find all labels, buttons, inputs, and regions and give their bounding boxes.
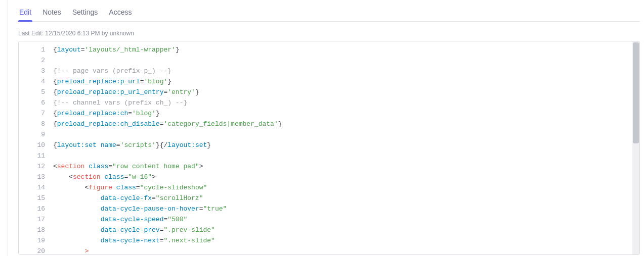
left-divider — [8, 0, 8, 256]
line-number: 13 — [19, 172, 51, 182]
line-number: 16 — [19, 203, 51, 214]
line-number: 20 — [19, 246, 51, 255]
line-number: 18 — [19, 225, 51, 235]
line-number: 19 — [19, 235, 51, 246]
line-number: 15 — [19, 193, 51, 203]
tab-settings[interactable]: Settings — [71, 4, 99, 21]
scrollbar-thumb[interactable] — [633, 42, 639, 143]
line-number: 17 — [19, 214, 51, 225]
code-line: <section class="w-16"> — [53, 172, 639, 182]
line-number: 9 — [19, 129, 51, 140]
line-number: 3 — [19, 66, 51, 76]
code-editor[interactable]: 1234567891011121314151617181920 {layout=… — [18, 41, 640, 255]
code-line: {preload_replace:ch_disable='category_fi… — [53, 119, 639, 129]
last-edit-label: Last Edit: 12/15/2020 6:13 PM by unknown — [18, 30, 640, 37]
line-number: 8 — [19, 119, 51, 129]
line-number: 2 — [19, 55, 51, 66]
code-line: {!-- channel vars (prefix ch_) --} — [53, 97, 639, 108]
tab-edit[interactable]: Edit — [18, 4, 32, 21]
line-number: 11 — [19, 150, 51, 161]
code-line — [53, 150, 639, 161]
code-line: {layout='layouts/_html-wrapper'} — [53, 44, 639, 55]
line-number: 6 — [19, 97, 51, 108]
line-number: 7 — [19, 108, 51, 119]
code-line: data-cycle-speed="500" — [53, 214, 639, 225]
code-line — [53, 129, 639, 140]
scrollbar-track[interactable] — [632, 41, 639, 254]
line-number: 4 — [19, 76, 51, 87]
code-line: > — [53, 246, 639, 254]
line-number: 1 — [19, 44, 51, 55]
code-line: data-cycle-fx="scrollHorz" — [53, 193, 639, 203]
line-number: 12 — [19, 161, 51, 172]
code-line: {preload_replace:ch='blog'} — [53, 108, 639, 119]
line-number: 10 — [19, 140, 51, 150]
line-number: 14 — [19, 182, 51, 193]
code-line: {layout:set name='scripts'}{/layout:set} — [53, 140, 639, 150]
tab-bar: Edit Notes Settings Access — [18, 4, 640, 22]
template-editor-panel: Edit Notes Settings Access Last Edit: 12… — [0, 0, 644, 256]
code-line: {preload_replace:p_url='blog'} — [53, 76, 639, 87]
code-line: <section class="row content home pad"> — [53, 161, 639, 172]
code-line: <figure class="cycle-slideshow" — [53, 182, 639, 193]
code-line — [53, 55, 639, 66]
code-line: {!-- page vars (prefix p_) --} — [53, 66, 639, 76]
tab-access[interactable]: Access — [108, 4, 133, 21]
tab-notes[interactable]: Notes — [41, 4, 62, 21]
line-number-gutter: 1234567891011121314151617181920 — [19, 41, 51, 254]
code-line: data-cycle-pause-on-hover="true" — [53, 203, 639, 214]
line-number: 5 — [19, 87, 51, 97]
code-line: data-cycle-next=".next-slide" — [53, 235, 639, 246]
code-line: {preload_replace:p_url_entry='entry'} — [53, 87, 639, 97]
code-content[interactable]: {layout='layouts/_html-wrapper'} {!-- pa… — [51, 41, 639, 254]
code-line: data-cycle-prev=".prev-slide" — [53, 225, 639, 235]
